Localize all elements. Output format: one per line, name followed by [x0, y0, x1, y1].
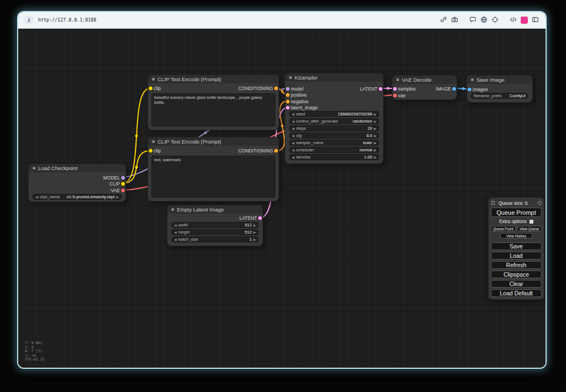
denoise-widget[interactable]: ◀ denoise 1.00 ▶: [289, 154, 379, 160]
camera-icon[interactable]: [451, 15, 458, 25]
scheduler-widget[interactable]: ◀ scheduler normal ▶: [289, 147, 379, 153]
prev-arrow-icon[interactable]: ◀: [292, 134, 295, 137]
refresh-button[interactable]: Refresh: [491, 261, 542, 269]
save-button[interactable]: Save: [491, 242, 542, 250]
output-slot-clip[interactable]: [121, 182, 125, 186]
output-slot-model[interactable]: [121, 176, 125, 179]
collapse-dot-icon[interactable]: [171, 208, 174, 211]
prev-arrow-icon[interactable]: ◀: [35, 195, 38, 199]
input-label-negative: negative: [291, 99, 308, 104]
extension-icon[interactable]: [521, 17, 528, 24]
node-clip-text-encode-positive[interactable]: CLIP Text Encode (Prompt) clip CONDITION…: [148, 75, 279, 130]
load-default-button[interactable]: Load Default: [491, 289, 542, 297]
next-arrow-icon[interactable]: ▶: [116, 195, 119, 199]
output-slot-latent[interactable]: [258, 216, 262, 220]
node-empty-latent-image[interactable]: Empty Latent Image LATENT ◀ width 512 ▶ …: [167, 205, 263, 246]
next-arrow-icon[interactable]: ▶: [374, 134, 376, 137]
node-save-image[interactable]: Save Image images filename_prefix ComfyU…: [467, 76, 532, 102]
prev-arrow-icon[interactable]: ◀: [292, 156, 295, 159]
link-midpoint-dot: [387, 87, 390, 90]
prev-arrow-icon[interactable]: ◀: [292, 141, 295, 145]
collapse-dot-icon[interactable]: [33, 167, 35, 169]
node-titlebar[interactable]: CLIP Text Encode (Prompt): [148, 75, 279, 83]
node-titlebar[interactable]: Empty Latent Image: [167, 205, 263, 214]
collapse-dot-icon[interactable]: [152, 140, 155, 143]
queue-front-button[interactable]: Queue Front: [491, 226, 516, 231]
filename-prefix-widget[interactable]: filename_prefix ComfyUI: [471, 93, 528, 99]
node-titlebar[interactable]: Save Image: [467, 76, 532, 84]
comfy-menu-panel[interactable]: Queue size: 0 Queue Prompt Extra options…: [489, 198, 544, 299]
next-arrow-icon[interactable]: ▶: [374, 149, 376, 152]
output-slot-conditioning[interactable]: [274, 86, 278, 90]
steps-widget[interactable]: ◀ steps 20 ▶: [289, 125, 379, 131]
sampler-name-widget[interactable]: ◀ sampler_name euler ▶: [289, 140, 379, 146]
extra-options-checkbox[interactable]: [530, 220, 533, 224]
next-arrow-icon[interactable]: ▶: [374, 141, 376, 145]
address-bar[interactable]: http://127.0.0.1:8188: [38, 18, 96, 23]
node-vae-decode[interactable]: VAE Decode samples IMAGE vae: [392, 76, 457, 99]
collapse-dot-icon[interactable]: [289, 76, 292, 79]
control-after-generate-widget[interactable]: ◀ control_after_generate randomize ▶: [289, 118, 379, 124]
prev-arrow-icon[interactable]: ◀: [292, 113, 295, 116]
next-arrow-icon[interactable]: ▶: [374, 127, 376, 130]
width-widget[interactable]: ◀ width 512 ▶: [171, 222, 259, 228]
prev-arrow-icon[interactable]: ◀: [292, 149, 295, 152]
link-icon[interactable]: [440, 15, 447, 25]
ckpt-name-combo[interactable]: ◀ ckpt_name v1-5-pruned-emaonly.ckpt ▶: [33, 194, 122, 200]
input-slot-model[interactable]: [286, 87, 290, 91]
queue-prompt-button[interactable]: Queue Prompt: [491, 208, 542, 217]
globe-icon[interactable]: [480, 15, 488, 25]
input-slot-vae[interactable]: [393, 93, 397, 97]
input-slot-latent-image[interactable]: [286, 105, 290, 109]
output-slot-vae[interactable]: [121, 188, 125, 192]
node-titlebar[interactable]: CLIP Text Encode (Prompt): [148, 137, 279, 146]
input-slot-images[interactable]: [468, 87, 471, 91]
collapse-dot-icon[interactable]: [396, 78, 399, 81]
cfg-widget[interactable]: ◀ cfg 8.0 ▶: [289, 133, 379, 139]
next-arrow-icon[interactable]: ▶: [374, 120, 376, 123]
drag-handle-icon[interactable]: [491, 200, 495, 205]
columns-layout-icon[interactable]: [532, 15, 539, 25]
seed-widget[interactable]: ◀ seed 156680208700286 ▶: [289, 111, 379, 117]
clear-button[interactable]: Clear: [491, 280, 542, 288]
next-arrow-icon[interactable]: ▶: [374, 113, 376, 116]
view-queue-button[interactable]: View Queue: [517, 226, 542, 231]
input-slot-clip[interactable]: [149, 86, 153, 90]
chat-icon[interactable]: [469, 15, 476, 25]
node-graph-canvas[interactable]: Load Checkpoint MODEL CLIP VAE ◀ ckpt_na…: [18, 29, 546, 368]
node-titlebar[interactable]: Load Checkpoint: [29, 164, 125, 172]
prev-arrow-icon[interactable]: ◀: [174, 238, 177, 241]
next-arrow-icon[interactable]: ▶: [253, 224, 256, 227]
node-clip-text-encode-negative[interactable]: CLIP Text Encode (Prompt) clip CONDITION…: [148, 137, 279, 201]
height-widget[interactable]: ◀ height 512 ▶: [171, 229, 259, 235]
output-slot-latent[interactable]: [379, 87, 382, 91]
prev-arrow-icon[interactable]: ◀: [292, 120, 295, 123]
input-slot-samples[interactable]: [393, 87, 397, 91]
next-arrow-icon[interactable]: ▶: [253, 238, 256, 241]
collapse-dot-icon[interactable]: [152, 78, 155, 81]
prev-arrow-icon[interactable]: ◀: [174, 224, 177, 227]
input-slot-clip[interactable]: [149, 149, 153, 152]
view-history-button[interactable]: View History: [500, 233, 532, 239]
load-button[interactable]: Load: [491, 252, 542, 259]
node-titlebar[interactable]: KSampler: [285, 73, 383, 82]
info-icon[interactable]: i: [25, 16, 33, 24]
next-arrow-icon[interactable]: ▶: [374, 156, 376, 159]
node-load-checkpoint[interactable]: Load Checkpoint MODEL CLIP VAE ◀ ckpt_na…: [29, 164, 125, 202]
input-slot-positive[interactable]: [286, 93, 290, 97]
prev-arrow-icon[interactable]: ◀: [174, 231, 177, 234]
code-icon[interactable]: [510, 15, 517, 25]
clipspace-button[interactable]: Clipspace: [491, 271, 542, 278]
input-slot-negative[interactable]: [286, 99, 290, 103]
output-slot-conditioning[interactable]: [274, 149, 278, 152]
output-slot-image[interactable]: [452, 87, 456, 91]
node-titlebar[interactable]: VAE Decode: [392, 76, 457, 84]
collapse-dot-icon[interactable]: [471, 78, 474, 81]
batch-size-widget[interactable]: ◀ batch_size 1 ▶: [171, 236, 259, 242]
prompt-textarea[interactable]: beautiful scenery nature glass bottle la…: [151, 93, 275, 126]
node-ksampler[interactable]: KSampler model LATENT positive negative …: [285, 73, 383, 163]
prompt-textarea[interactable]: text, watermark: [151, 156, 275, 198]
next-arrow-icon[interactable]: ▶: [253, 231, 256, 234]
prev-arrow-icon[interactable]: ◀: [292, 127, 295, 130]
target-icon[interactable]: [491, 15, 499, 25]
